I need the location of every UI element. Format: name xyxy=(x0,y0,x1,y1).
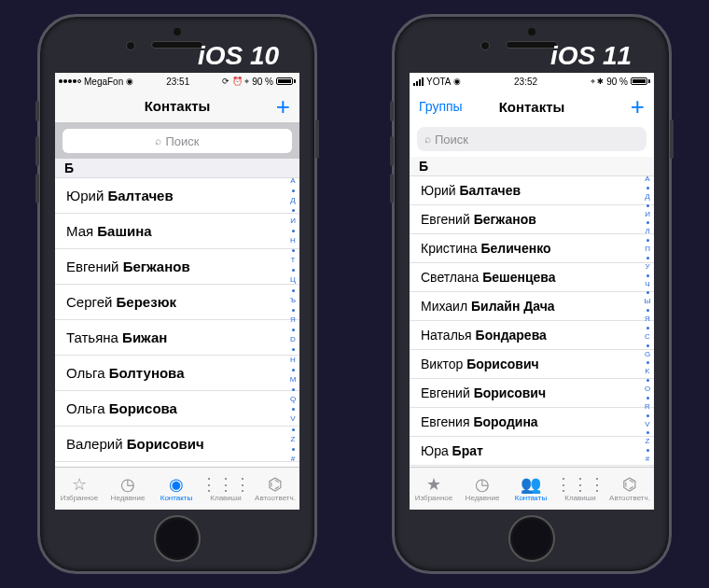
contact-row[interactable]: Ольга Борисова xyxy=(55,391,299,427)
index-letter[interactable]: У xyxy=(645,263,649,271)
index-letter[interactable]: M xyxy=(290,376,297,384)
index-letter[interactable]: Ц xyxy=(290,276,296,284)
nav-bar: Контакты + xyxy=(55,90,299,123)
index-letter[interactable]: Н xyxy=(290,237,296,245)
index-letter[interactable]: V xyxy=(290,415,295,423)
tab-label: Контакты xyxy=(515,494,548,502)
contacts-list[interactable]: Б Юрий БалтачевМая БашинаЕвгений Бегжано… xyxy=(55,159,299,467)
index-letter[interactable]: Я xyxy=(645,315,650,323)
index-letter[interactable]: O xyxy=(645,385,650,393)
index-letter[interactable]: Ч xyxy=(645,281,649,288)
contact-first-name: Кристина xyxy=(421,241,480,256)
tab-recents[interactable]: ◷Недавние xyxy=(458,468,507,510)
groups-button[interactable]: Группы xyxy=(419,99,463,114)
battery-percent: 90 % xyxy=(252,77,273,87)
contact-row[interactable]: Юрий Балтачев xyxy=(410,176,654,205)
power-button-frame xyxy=(315,119,319,159)
tab-contacts[interactable]: 👥Контакты xyxy=(507,468,555,510)
index-dot xyxy=(292,289,295,292)
index-letter[interactable]: Т xyxy=(291,257,296,264)
contact-first-name: Наталья xyxy=(421,328,476,343)
voicemail-icon: ⌬ xyxy=(268,476,283,493)
tab-voicemail[interactable]: ⌬Автоответч. xyxy=(251,468,299,510)
index-letter[interactable]: K xyxy=(645,368,649,375)
contact-row[interactable]: Евгений Бегжанов xyxy=(410,205,654,234)
battery-percent: 90 % xyxy=(606,77,628,87)
voicemail-icon: ⌬ xyxy=(622,476,637,493)
contact-row[interactable]: Светлана Бешенцева xyxy=(410,263,654,292)
add-contact-button[interactable]: + xyxy=(631,94,645,119)
index-letter[interactable]: И xyxy=(290,217,296,225)
contact-row[interactable]: Кристина Беличенко xyxy=(410,234,654,263)
contact-row[interactable]: Виктор Борисович xyxy=(410,350,654,379)
index-letter[interactable]: Д xyxy=(645,193,649,201)
contact-row[interactable]: Юрий Балтачев xyxy=(55,178,299,214)
contact-row[interactable]: Валерий Борисович xyxy=(55,427,299,462)
contact-row[interactable]: Евгений Бегжанов xyxy=(55,249,299,285)
index-dot xyxy=(646,344,649,347)
overlay-label-ios10: iOS 10 xyxy=(198,41,279,71)
screen: YOTA ◉ 23:52 ⌖ ✱ 90 % Группы Контакты + … xyxy=(410,73,654,510)
search-input[interactable]: ⌕ Поиск xyxy=(63,129,292,153)
index-letter[interactable]: Z xyxy=(646,438,650,445)
home-button[interactable] xyxy=(154,515,201,562)
contact-row[interactable]: Евгения Бородина xyxy=(410,408,654,437)
tab-keypad[interactable]: ⋮⋮⋮Клавиши xyxy=(555,468,605,510)
add-contact-button[interactable]: + xyxy=(276,94,290,119)
tab-contacts[interactable]: ◉Контакты xyxy=(152,468,201,510)
status-bar: YOTA ◉ 23:52 ⌖ ✱ 90 % xyxy=(410,73,654,90)
nav-title: Контакты xyxy=(499,99,565,115)
status-time: 23:51 xyxy=(166,77,189,87)
contact-row[interactable]: Мая Башина xyxy=(55,214,299,249)
tab-favorites[interactable]: ★Избранное xyxy=(410,468,458,510)
index-letter[interactable]: Q xyxy=(290,396,296,403)
index-dot xyxy=(646,187,649,189)
contact-row[interactable]: Сергей Березюк xyxy=(55,285,299,320)
index-letter[interactable]: Я xyxy=(290,316,296,324)
index-letter[interactable]: Z xyxy=(291,436,296,443)
index-letter[interactable]: П xyxy=(645,245,650,253)
contacts-list[interactable]: Б Юрий БалтачевЕвгений БегжановКристина … xyxy=(410,157,654,467)
index-letter[interactable]: А xyxy=(290,177,295,185)
index-dot xyxy=(646,291,649,294)
tab-favorites[interactable]: ☆Избранное xyxy=(55,468,104,510)
contact-first-name: Юрий xyxy=(421,183,459,198)
contact-row[interactable]: Наталья Бондарева xyxy=(410,321,654,350)
index-letter[interactable]: Л xyxy=(645,228,649,235)
index-letter[interactable]: А xyxy=(645,175,649,183)
contact-row[interactable]: Евгений Борисович xyxy=(410,379,654,408)
wifi-icon: ◉ xyxy=(126,77,133,86)
tab-recents[interactable]: ◷Недавние xyxy=(104,468,152,510)
index-letter[interactable]: # xyxy=(646,455,649,463)
index-letter[interactable]: R xyxy=(645,403,650,411)
volume-down-frame xyxy=(35,174,39,203)
home-button[interactable] xyxy=(508,515,555,562)
index-letter[interactable]: G xyxy=(645,351,650,358)
contact-first-name: Ольга xyxy=(66,365,109,381)
tab-keypad[interactable]: ⋮⋮⋮Клавиши xyxy=(201,468,251,510)
search-input[interactable]: ⌕ Поиск xyxy=(417,127,646,151)
contact-row[interactable]: Михаил Билайн Дача xyxy=(410,292,654,321)
index-letter[interactable]: D xyxy=(290,336,296,343)
contact-row[interactable]: Ольга Болтунова xyxy=(55,356,299,391)
signal-dots-icon xyxy=(59,79,81,83)
alpha-index[interactable]: АДИНТЦЪЯDHMQVZ# xyxy=(287,177,299,463)
contact-first-name: Светлана xyxy=(421,270,482,285)
index-letter[interactable]: Ъ xyxy=(290,297,296,304)
index-letter[interactable]: Ы xyxy=(644,298,650,305)
index-letter[interactable]: H xyxy=(290,357,296,364)
index-letter[interactable]: Д xyxy=(290,197,295,204)
index-letter[interactable]: И xyxy=(645,211,650,218)
contact-row[interactable]: Юра Брат xyxy=(410,437,654,466)
tab-voicemail[interactable]: ⌬Автоответч. xyxy=(605,468,654,510)
contact-row[interactable]: Бухгалтерия xyxy=(410,466,654,467)
contact-last-name: Балтачев xyxy=(459,183,521,198)
index-dot xyxy=(646,239,649,242)
index-letter[interactable]: # xyxy=(291,455,295,463)
battery-icon xyxy=(276,77,296,85)
index-letter[interactable]: C xyxy=(645,333,650,341)
contact-row[interactable]: Татьяна Бижан xyxy=(55,320,299,356)
alpha-index[interactable]: АДИЛПУЧЫЯCGKORVZ# xyxy=(642,175,653,463)
volume-up-frame xyxy=(390,136,394,166)
index-letter[interactable]: V xyxy=(645,421,649,428)
